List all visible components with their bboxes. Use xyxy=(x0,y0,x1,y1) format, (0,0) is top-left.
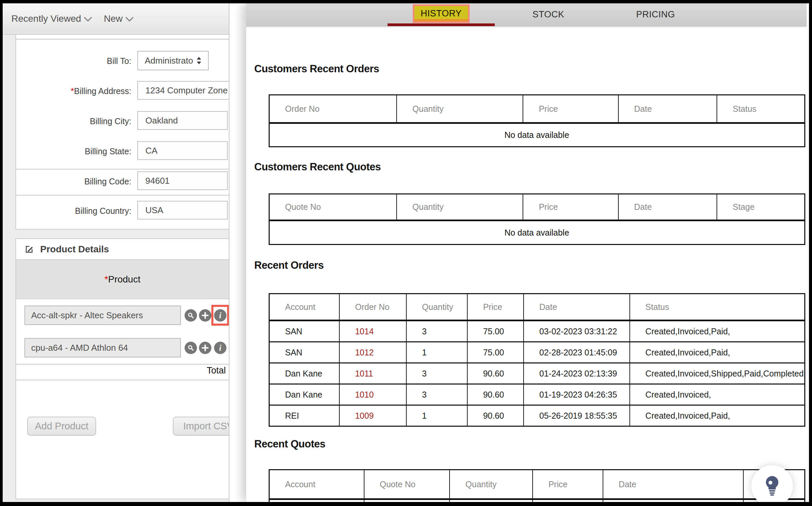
bill-to-value: Administrato xyxy=(145,56,193,66)
product-search-button[interactable] xyxy=(185,342,197,354)
cell-account: SAN xyxy=(269,342,339,363)
product-row: i xyxy=(16,302,229,334)
lightbulb-icon xyxy=(760,474,784,498)
order-number-link[interactable]: 1011 xyxy=(339,363,406,384)
address-information-card: Address Information Bill To: Administrat… xyxy=(15,28,229,230)
tab-history[interactable]: HISTORY xyxy=(388,3,495,26)
cell-date: 02-28-2023 01:45:09 xyxy=(524,342,630,363)
cell-price: 90.60 xyxy=(467,405,524,426)
cell-price: 90.60 xyxy=(467,363,524,384)
import-csv-button[interactable]: Import CSV xyxy=(173,417,229,436)
column-header: Account xyxy=(269,294,339,321)
column-header: Status xyxy=(717,95,805,123)
product-name-input[interactable] xyxy=(24,306,181,325)
customers-recent-quotes-table: Quote No Quantity Price Date Stage No da… xyxy=(269,193,805,245)
cell-account: REI xyxy=(269,405,339,426)
table-row: Dan Kane 1011 3 90.60 01-24-2023 02:13:3… xyxy=(269,363,805,384)
section-heading: Customers Recent Quotes xyxy=(254,161,381,173)
total-row-divider xyxy=(16,380,229,381)
billing-state-label: Billing State: xyxy=(16,141,131,161)
cell-account: Dan Kane xyxy=(269,363,339,384)
cell-date: 03-02-2023 03:31:22 xyxy=(524,321,630,342)
column-header: Stage xyxy=(717,194,805,221)
table-row: No data available xyxy=(269,123,805,147)
active-tab-underline xyxy=(388,23,495,26)
order-number-link[interactable]: 1010 xyxy=(339,384,406,405)
column-header: Quantity xyxy=(450,470,533,499)
column-header: Order No xyxy=(269,95,397,123)
cell-account: SAN xyxy=(269,321,339,342)
product-info-button[interactable]: i xyxy=(214,342,226,354)
popup-tab-bar: HISTORY STOCK PRICING xyxy=(246,3,807,26)
section-heading: Recent Quotes xyxy=(254,438,325,450)
product-info-button[interactable]: i xyxy=(214,309,226,322)
column-header: Price xyxy=(467,294,524,321)
edit-pencil-icon xyxy=(24,244,34,254)
recent-quotes-table: Account Quote No Quantity Price Date xyxy=(269,469,805,502)
billing-address-label: *Billing Address: xyxy=(16,81,131,101)
table-row: SAN 1012 1 75.00 02-28-2023 01:45:09 Cre… xyxy=(269,342,805,363)
cell-quantity: 1 xyxy=(406,405,467,426)
bill-to-select[interactable]: Administrato xyxy=(137,51,209,70)
cell-status: Created,Invoiced,Paid, xyxy=(630,321,805,342)
bill-to-label: Bill To: xyxy=(16,51,131,71)
empty-message: No data available xyxy=(269,221,805,245)
cell-status: Created,Invoiced,Paid, xyxy=(630,405,805,426)
annotation-highlighted-tab: HISTORY xyxy=(413,4,470,23)
column-header: Status xyxy=(630,294,805,321)
info-icon: i xyxy=(219,311,221,320)
column-header: Quantity xyxy=(397,194,523,221)
recently-viewed-menu[interactable]: Recently Viewed xyxy=(11,3,91,34)
column-header: Quantity xyxy=(397,95,523,123)
product-add-button[interactable] xyxy=(199,342,211,354)
table-row: REI 1009 1 90.60 05-26-2019 18:55:35 Cre… xyxy=(269,405,805,426)
column-header: Date xyxy=(618,95,717,123)
column-header: Quote No xyxy=(364,470,450,499)
column-header: Quantity xyxy=(406,294,467,321)
product-details-title: Product Details xyxy=(40,244,109,255)
product-name-input[interactable] xyxy=(24,338,181,357)
tab-stock[interactable]: STOCK xyxy=(495,3,602,26)
customers-recent-orders-table: Order No Quantity Price Date Status No d… xyxy=(269,94,805,147)
cell-date: 05-26-2019 18:55:35 xyxy=(524,405,630,426)
product-details-card: Product Details *Product xyxy=(15,238,229,499)
cell-quantity: 1 xyxy=(406,342,467,363)
order-number-link[interactable]: 1012 xyxy=(339,342,406,363)
billing-code-label: Billing Code: xyxy=(16,171,131,191)
search-icon xyxy=(187,311,195,320)
section-heading: Recent Orders xyxy=(254,259,324,271)
column-header: Price xyxy=(533,470,603,499)
billing-state-input[interactable] xyxy=(137,141,228,160)
updown-stepper-icon xyxy=(196,56,202,65)
order-number-link[interactable]: 1014 xyxy=(339,321,406,342)
billing-address-input[interactable] xyxy=(137,81,229,100)
new-menu[interactable]: New xyxy=(104,3,132,34)
product-add-button[interactable] xyxy=(199,309,211,322)
cell-status: Created,Invoiced,Paid, xyxy=(630,342,805,363)
table-row: No data available xyxy=(269,221,805,245)
billing-city-input[interactable] xyxy=(137,111,228,130)
chevron-down-icon xyxy=(84,13,92,21)
column-header: Date xyxy=(603,470,743,499)
section-heading: Customers Recent Orders xyxy=(254,63,379,75)
product-history-popup: HISTORY STOCK PRICING Customers Recent O… xyxy=(246,3,807,502)
cell-quantity: 3 xyxy=(406,321,467,342)
billing-country-input[interactable] xyxy=(137,201,228,220)
product-search-button[interactable] xyxy=(185,309,197,322)
tab-pricing[interactable]: PRICING xyxy=(602,3,709,26)
cell-account: Dan Kane xyxy=(269,384,339,405)
record-edit-panel: Address Information Bill To: Administrat… xyxy=(3,3,229,502)
billing-code-input[interactable] xyxy=(137,171,228,190)
column-header: Date xyxy=(524,294,630,321)
search-icon xyxy=(187,344,195,352)
table-row: SAN 1014 3 75.00 03-02-2023 03:31:22 Cre… xyxy=(269,321,805,342)
app-page: Address Information Bill To: Administrat… xyxy=(3,3,809,502)
add-product-button[interactable]: Add Product xyxy=(27,417,96,436)
billing-city-label: Billing City: xyxy=(16,111,131,131)
cell-price: 90.60 xyxy=(467,384,524,405)
empty-message: No data available xyxy=(269,123,805,147)
order-number-link[interactable]: 1009 xyxy=(339,405,406,426)
billing-country-label: Billing Country: xyxy=(16,201,131,221)
product-details-header: Product Details xyxy=(16,239,229,260)
plus-icon xyxy=(201,344,209,352)
